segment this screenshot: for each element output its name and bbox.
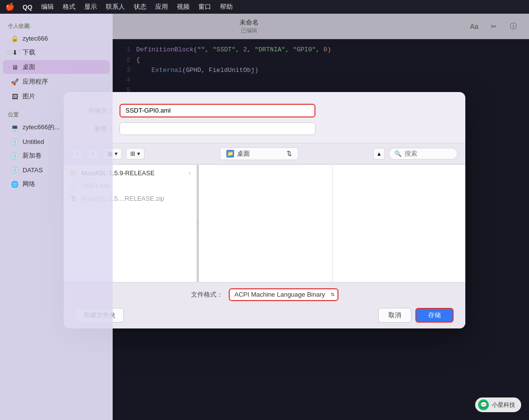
sidebar-label-apps: 应用程序 [23,77,48,86]
sidebar-item-zytec-mac[interactable]: 💻 zytec666的... [3,120,110,134]
disk-datas-icon: 💿 [11,166,19,174]
location-content: 📁 桌面 [226,149,250,158]
dialog-bottom: 文件格式： ACPI Machine Language Binary ACPI … [64,282,465,328]
sidebar-item-datas[interactable]: 💿 DATAS [3,163,110,176]
desktop-icon: 🖥 [11,63,19,71]
save-as-row: 存储为： [79,104,450,117]
apps-icon: 🚀 [11,78,19,86]
sidebar-item-network[interactable]: 🌐 网络 [3,177,110,191]
sidebar-label-zytec-mac: zytec666的... [23,123,60,132]
format-select[interactable]: ACPI Machine Language Binary ACPI Source… [229,288,338,301]
menubar-window[interactable]: 窗口 [198,2,211,11]
sidebar-label-desktop: 桌面 [23,63,35,71]
watermark-text: 小星科技 [492,401,515,409]
watermark: 💬 小星科技 [475,397,521,412]
sidebar-label-untitled: Untitled [23,138,44,145]
sidebar-label-network: 网络 [23,180,35,188]
disk-new-vol-icon: 💿 [11,152,19,160]
dialog-nav: ‹ › ▦ ▾ ⊞ ▾ 📁 桌面 ⇅ ▲ 🔍 [64,143,465,164]
format-select-wrapper: ACPI Machine Language Binary ACPI Source… [229,288,338,301]
disk-untitled-icon: 💿 [11,138,19,145]
pictures-icon: 🖼 [11,93,19,100]
dialog-sidebar: 个人收藏 🔒 zytec666 ⬇ 下载 🖥 桌面 🚀 应用程序 🖼 图片 位置… [0,14,113,420]
menubar-qq[interactable]: QQ [23,3,32,11]
sidebar-item-downloads[interactable]: ⬇ 下载 [3,46,110,59]
save-dialog: 存储为： 标签： ‹ › ▦ ▾ ⊞ ▾ 📁 [64,92,465,328]
cancel-button[interactable]: 取消 [378,308,411,323]
dialog-buttons: 新建文件夹 取消 存储 [75,308,454,323]
file-chevron-maciasl: › [189,170,191,176]
nav-list-view-button[interactable]: ⊞ ▾ [126,148,144,160]
file-column-empty-1 [199,165,332,282]
nav-up-button[interactable]: ▲ [373,148,385,160]
sidebar-item-untitled[interactable]: 💿 Untitled [3,135,110,148]
dialog-top: 存储为： 标签： [64,92,465,143]
format-label: 文件格式： [191,290,223,299]
save-as-input[interactable] [120,104,315,117]
list-chevron: ▾ [137,150,140,157]
nav-location-button[interactable]: 📁 桌面 ⇅ [220,147,298,160]
network-icon: 🌐 [11,180,19,188]
sidebar-item-zytec666[interactable]: 🔒 zytec666 [3,32,110,45]
file-browser: 📁 MaciASL-1.5.9-RELEASE › 📄 DSDT.aml 🗜 M… [64,164,465,282]
section-favorites-label: 个人收藏 [0,20,113,31]
location-arrows: ⇅ [287,150,292,157]
menubar-edit[interactable]: 编辑 [41,2,54,11]
computer-icon: 💻 [11,123,19,131]
menubar-status[interactable]: 状态 [134,2,146,11]
menubar-video[interactable]: 视频 [177,2,190,11]
location-label: 桌面 [237,149,250,158]
menubar-format[interactable]: 格式 [63,2,75,11]
download-icon: ⬇ [11,48,19,56]
format-row: 文件格式： ACPI Machine Language Binary ACPI … [75,288,454,301]
search-icon: 🔍 [394,150,402,157]
sidebar-item-apps[interactable]: 🚀 应用程序 [3,75,110,89]
search-input[interactable] [405,150,449,157]
menubar-contacts[interactable]: 联系人 [106,2,125,11]
modal-overlay: 个人收藏 🔒 zytec666 ⬇ 下载 🖥 桌面 🚀 应用程序 🖼 图片 位置… [0,0,529,420]
menubar-display[interactable]: 显示 [84,2,97,11]
sidebar-item-new-vol[interactable]: 💿 新加卷 [3,149,110,163]
grid-chevron: ▾ [115,150,118,157]
lock-icon: 🔒 [11,34,19,42]
nav-location-area: 📁 桌面 ⇅ [148,147,369,160]
tag-input[interactable] [120,122,315,135]
sidebar-label-datas: DATAS [23,166,43,174]
sidebar-item-pictures[interactable]: 🖼 图片 [3,90,110,103]
sidebar-label-zytec666: zytec666 [23,35,48,42]
apple-menu-icon[interactable]: 🍎 [6,3,14,11]
sidebar-label-new-vol: 新加卷 [23,151,42,160]
folder-icon: 📁 [226,150,234,158]
sidebar-item-desktop[interactable]: 🖥 桌面 [3,60,110,74]
sidebar-label-pictures: 图片 [23,92,35,101]
nav-search-area: 🔍 [389,148,457,160]
save-button[interactable]: 存储 [415,308,454,323]
menubar-apps[interactable]: 应用 [155,2,168,11]
list-icon: ⊞ [130,150,135,157]
file-column-empty-2 [333,165,465,282]
button-group: 取消 存储 [378,308,454,323]
sidebar-label-downloads: 下载 [23,48,35,57]
menubar: 🍎 QQ 编辑 格式 显示 联系人 状态 应用 视频 窗口 帮助 [0,0,529,14]
tag-row: 标签： [79,122,450,135]
section-locations-label: 位置 [0,108,113,119]
menubar-help[interactable]: 帮助 [220,2,233,11]
wechat-icon: 💬 [478,399,489,410]
